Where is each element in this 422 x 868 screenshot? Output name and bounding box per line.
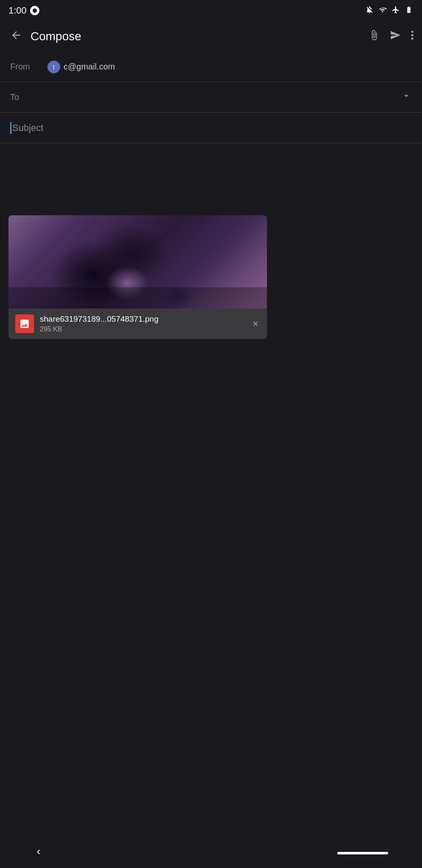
attachment-filename: share631973189...05748371.png (40, 314, 251, 324)
attachment-container: share631973189...05748371.png 295 KB × (8, 215, 267, 339)
status-circle-icon (30, 6, 39, 15)
bottom-navigation (0, 838, 422, 868)
app-bar-actions (367, 28, 415, 45)
attach-icon[interactable] (367, 28, 381, 45)
send-icon[interactable] (388, 28, 403, 45)
wifi-icon (378, 6, 387, 15)
avatar-initial: t (53, 64, 55, 70)
airplane-icon (391, 6, 400, 16)
attachment-preview-image (8, 215, 267, 309)
text-cursor (10, 122, 11, 134)
from-label: From (10, 62, 44, 72)
nav-back-button[interactable] (34, 847, 43, 859)
status-time: 1:00 (8, 5, 27, 16)
from-email: c@gmail.com (64, 62, 412, 72)
page-title: Compose (29, 30, 367, 43)
bell-muted-icon (365, 6, 374, 16)
to-row[interactable]: To (0, 82, 422, 113)
subject-row[interactable]: Subject (0, 113, 422, 143)
file-icon (15, 314, 34, 333)
subject-field[interactable]: Subject (12, 122, 43, 134)
status-bar-right (365, 6, 414, 16)
compose-form: From t c@gmail.com To Subject (0, 52, 422, 143)
from-row: From t c@gmail.com (0, 52, 422, 82)
to-label: To (10, 92, 44, 102)
more-options-icon[interactable] (409, 28, 415, 45)
attachment-details: share631973189...05748371.png 295 KB (40, 314, 251, 333)
home-indicator[interactable] (337, 852, 388, 854)
svg-point-0 (411, 31, 414, 33)
compose-body[interactable] (0, 143, 422, 211)
status-bar: 1:00 (0, 0, 422, 21)
attachment-size: 295 KB (40, 326, 251, 333)
svg-point-2 (411, 37, 414, 39)
attachment-info-bar: share631973189...05748371.png 295 KB × (8, 309, 267, 339)
remove-attachment-button[interactable]: × (251, 316, 260, 331)
svg-point-1 (411, 34, 414, 36)
sender-avatar: t (47, 61, 60, 73)
chevron-down-icon[interactable] (401, 90, 412, 104)
status-bar-left: 1:00 (8, 5, 39, 16)
app-bar: Compose (0, 21, 422, 52)
back-button[interactable] (7, 26, 25, 47)
battery-icon (404, 6, 414, 15)
